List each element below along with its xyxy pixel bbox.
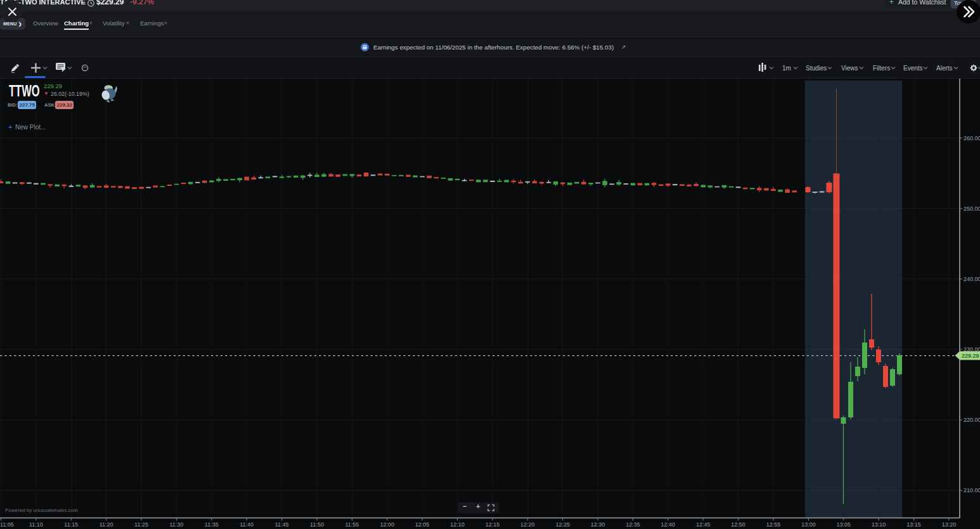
svg-text:11:50: 11:50 [310,521,324,528]
svg-text:13:15: 13:15 [906,521,921,528]
svg-text:12:45: 12:45 [696,521,711,528]
svg-text:13:10: 13:10 [872,521,886,528]
svg-text:12:20: 12:20 [520,521,535,528]
svg-text:260.00: 260.00 [964,135,980,141]
svg-text:11:20: 11:20 [100,521,113,528]
svg-text:11:55: 11:55 [345,521,359,528]
svg-text:11:25: 11:25 [134,521,148,528]
svg-text:11:10: 11:10 [29,521,43,528]
svg-text:11:40: 11:40 [240,521,254,528]
svg-text:12:00: 12:00 [380,521,394,528]
svg-text:11:15: 11:15 [64,521,78,528]
svg-text:13:20: 13:20 [942,521,957,528]
svg-text:12:35: 12:35 [626,521,640,528]
svg-text:12:55: 12:55 [766,521,781,528]
svg-text:12:05: 12:05 [415,521,430,528]
svg-text:12:25: 12:25 [555,521,570,528]
svg-text:250.00: 250.00 [964,206,980,212]
svg-text:240.00: 240.00 [964,276,980,282]
svg-text:12:15: 12:15 [486,521,500,528]
svg-text:11:30: 11:30 [169,521,183,528]
svg-text:12:40: 12:40 [661,521,676,528]
svg-text:12:30: 12:30 [591,521,605,528]
svg-text:12:50: 12:50 [731,521,745,528]
svg-text:229.29: 229.29 [962,353,979,359]
svg-text:11:45: 11:45 [275,521,289,528]
svg-text:13:05: 13:05 [836,521,851,528]
svg-text:12:10: 12:10 [450,521,465,528]
svg-text:220.00: 220.00 [964,417,980,423]
svg-text:11:05: 11:05 [0,521,14,528]
svg-text:210.00: 210.00 [964,487,980,493]
svg-text:11:35: 11:35 [205,521,219,528]
svg-text:13:00: 13:00 [801,521,816,528]
